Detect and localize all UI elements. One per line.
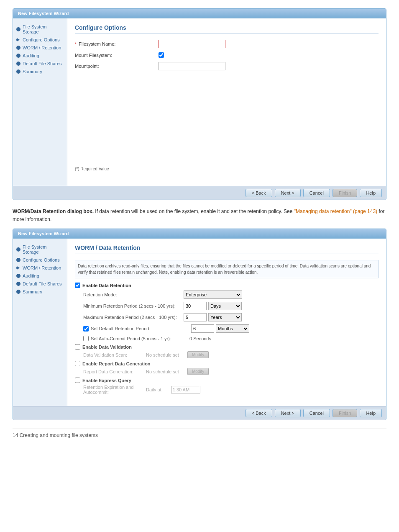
- max-retention-row: Maximum Retention Period (2 secs - 100 y…: [83, 313, 379, 321]
- w2-sidebar-item-4[interactable]: Auditing: [16, 272, 64, 279]
- retention-form: Retention Mode: Enterprise Compliance Mi…: [75, 290, 379, 341]
- bullet-icon-6: [16, 69, 20, 74]
- w2-bullet-4: [16, 274, 20, 278]
- sidebar-item-worm-retention[interactable]: WORM / Retention: [16, 44, 64, 51]
- sidebar-label-1: File System Storage: [23, 24, 64, 34]
- wizard2-footer: < Back Next > Cancel Finish Help: [13, 406, 386, 420]
- mount-filesystem-label: Mount Filesystem:: [75, 53, 159, 58]
- default-retention-input[interactable]: [191, 324, 214, 333]
- max-retention-unit-select[interactable]: Years Days Months: [208, 313, 242, 321]
- wizard2-next-button[interactable]: Next >: [275, 409, 301, 417]
- max-retention-input[interactable]: [184, 313, 207, 321]
- sidebar-item-filesystem-storage[interactable]: File System Storage: [16, 23, 64, 35]
- description-block: WORM/Data Retention dialog box. If data …: [13, 208, 386, 224]
- retention-mode-label: Retention Mode:: [83, 292, 184, 297]
- wizard2-back-button[interactable]: < Back: [246, 409, 272, 417]
- default-retention-label: Set Default Retention Period:: [91, 326, 187, 331]
- mount-filesystem-row: Mount Filesystem:: [75, 52, 379, 58]
- wizard1-back-button[interactable]: < Back: [246, 189, 272, 197]
- wizard1-sidebar: File System Storage Configure Options WO…: [13, 18, 67, 186]
- bullet-icon-4: [16, 54, 20, 58]
- retention-mode-row: Retention Mode: Enterprise Compliance: [83, 290, 379, 299]
- report-data-label: Enable Report Data Generation: [82, 361, 151, 366]
- description-bold: WORM/Data Retention dialog box.: [13, 208, 94, 214]
- min-retention-unit-select[interactable]: Days Months Years: [208, 302, 242, 310]
- enable-retention-checkbox[interactable]: [75, 283, 80, 288]
- enable-retention-label: Enable Data Retention: [82, 283, 131, 288]
- wizard1-footer: < Back Next > Cancel Finish Help: [13, 186, 386, 200]
- wizard1-finish-button[interactable]: Finish: [332, 189, 357, 197]
- mountpoint-row: Mountpoint:: [75, 62, 379, 70]
- data-validation-checkbox[interactable]: [75, 344, 80, 350]
- w2-sidebar-label-6: Summary: [23, 289, 42, 294]
- sidebar-item-configure-options[interactable]: Configure Options: [16, 36, 64, 43]
- w2-bullet-2: [16, 258, 20, 262]
- w2-sidebar-item-1[interactable]: File System Storage: [16, 244, 64, 255]
- w2-sidebar-item-3[interactable]: WORM / Retention: [16, 265, 64, 271]
- express-query-sub-value: Daily at:: [146, 387, 163, 392]
- w2-sidebar-item-5[interactable]: Default File Shares: [16, 280, 64, 287]
- data-validation-scan-row: Data Validation Scan: No schedule set Mo…: [75, 351, 379, 358]
- express-query-sub-row: Retention Expiration and Autocommit: Dai…: [75, 385, 379, 395]
- sidebar-label-3: WORM / Retention: [23, 45, 61, 50]
- auto-commit-value: 0 Seconds: [189, 336, 211, 341]
- bullet-icon-1: [16, 27, 20, 31]
- express-query-checkbox[interactable]: [75, 378, 80, 383]
- sidebar-item-default-file-shares[interactable]: Default File Shares: [16, 60, 64, 67]
- wizard1-next-button[interactable]: Next >: [275, 189, 301, 197]
- wizard1-content: Configure Options * Filesystem Name: Mou…: [67, 18, 386, 186]
- wizard1-help-button[interactable]: Help: [360, 189, 382, 197]
- auto-commit-checkbox[interactable]: [83, 336, 89, 341]
- w2-bullet-6: [16, 290, 20, 294]
- express-query-section: Enable Express Query: [75, 378, 379, 383]
- mountpoint-input[interactable]: [159, 62, 225, 70]
- sidebar-item-summary[interactable]: Summary: [16, 68, 64, 75]
- min-retention-label: Minimum Retention Period (2 secs - 100 y…: [83, 303, 184, 308]
- w2-arrow-3: [16, 266, 20, 270]
- wizard2-cancel-button[interactable]: Cancel: [303, 409, 330, 417]
- min-retention-row: Minimum Retention Period (2 secs - 100 y…: [83, 302, 379, 310]
- default-retention-row: Set Default Retention Period: Months Day…: [83, 324, 379, 333]
- sidebar-item-auditing[interactable]: Auditing: [16, 52, 64, 59]
- w2-sidebar-label-1: File System Storage: [23, 244, 64, 254]
- retention-mode-select[interactable]: Enterprise Compliance: [184, 290, 242, 299]
- sidebar-label-4: Auditing: [23, 53, 39, 58]
- filesystem-name-input[interactable]: [159, 40, 225, 48]
- report-gen-modify-button[interactable]: Modify: [187, 368, 209, 375]
- sidebar-label-5: Default File Shares: [23, 61, 62, 66]
- express-query-label: Enable Express Query: [82, 378, 131, 383]
- sidebar-label-6: Summary: [23, 69, 42, 74]
- page-footer: 14 Creating and mounting file systems: [13, 429, 386, 438]
- worm-description: Data retention archives read-only files,…: [75, 260, 379, 278]
- mount-filesystem-checkbox[interactable]: [159, 52, 164, 58]
- wizard1-header: New Filesystem Wizard: [13, 9, 386, 18]
- min-retention-input[interactable]: [184, 302, 207, 310]
- filesystem-name-row: * Filesystem Name:: [75, 40, 379, 48]
- sidebar-label-2: Configure Options: [23, 37, 60, 42]
- wizard2-body: File System Storage Configure Options WO…: [13, 239, 386, 406]
- default-retention-unit-select[interactable]: Months Days Years: [216, 324, 249, 333]
- wizard1-body: File System Storage Configure Options WO…: [13, 18, 386, 186]
- report-data-checkbox[interactable]: [75, 361, 80, 366]
- data-validation-label: Enable Data Validation: [82, 344, 132, 350]
- description-link[interactable]: "Managing data retention" (page 143): [294, 208, 377, 214]
- report-data-gen-row: Report Data Generation: No schedule set …: [75, 368, 379, 375]
- filesystem-name-label: * Filesystem Name:: [75, 41, 159, 46]
- w2-sidebar-label-4: Auditing: [23, 273, 39, 278]
- auto-commit-row: Set Auto-Commit Period (5 mins - 1 yr): …: [83, 336, 379, 341]
- data-val-scan-label: Data Validation Scan:: [83, 352, 146, 357]
- w2-sidebar-item-6[interactable]: Summary: [16, 288, 64, 295]
- report-gen-label: Report Data Generation:: [83, 369, 146, 374]
- express-query-time-input[interactable]: [171, 386, 200, 393]
- wizard2-finish-button[interactable]: Finish: [332, 409, 357, 417]
- wizard2-help-button[interactable]: Help: [360, 409, 382, 417]
- description-text1: If data retention will be used on the fi…: [95, 208, 294, 214]
- wizard2-sidebar: File System Storage Configure Options WO…: [13, 239, 67, 406]
- required-star: *: [75, 41, 77, 46]
- wizard1-cancel-button[interactable]: Cancel: [303, 189, 330, 197]
- default-retention-checkbox[interactable]: [83, 326, 89, 332]
- data-val-modify-button[interactable]: Modify: [187, 351, 209, 358]
- w2-sidebar-item-2[interactable]: Configure Options: [16, 257, 64, 263]
- w2-bullet-1: [16, 247, 20, 252]
- filesystem-name-label-text: Filesystem Name:: [79, 41, 115, 46]
